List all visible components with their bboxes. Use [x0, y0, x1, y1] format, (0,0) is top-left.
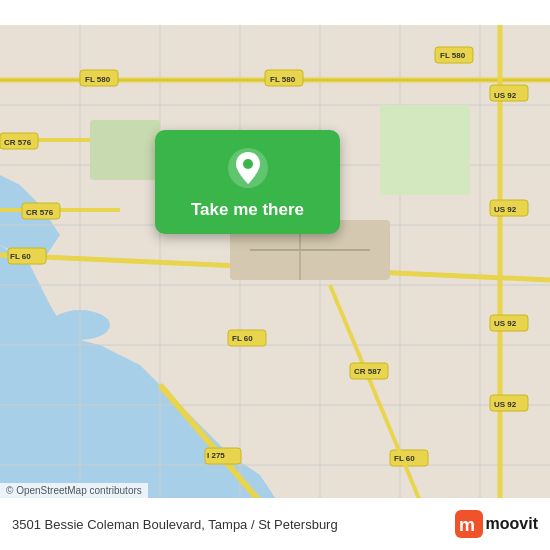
map-container: FL 580 FL 580 FL 580 US 92 US 92 US 92 U…: [0, 0, 550, 550]
address-text: 3501 Bessie Coleman Boulevard, Tampa / S…: [12, 517, 455, 532]
svg-text:FL 60: FL 60: [232, 334, 253, 343]
copyright-bar: © OpenStreetMap contributors: [0, 483, 148, 498]
svg-text:CR 576: CR 576: [4, 138, 32, 147]
moovit-text: moovit: [486, 515, 538, 533]
location-pin-icon: [226, 146, 270, 190]
svg-text:m: m: [459, 515, 475, 535]
svg-text:CR 576: CR 576: [26, 208, 54, 217]
svg-text:FL 580: FL 580: [270, 75, 296, 84]
svg-text:FL 60: FL 60: [394, 454, 415, 463]
svg-text:US 92: US 92: [494, 205, 517, 214]
svg-text:US 92: US 92: [494, 91, 517, 100]
svg-text:FL 60: FL 60: [10, 252, 31, 261]
svg-text:FL 580: FL 580: [85, 75, 111, 84]
svg-text:I 275: I 275: [207, 451, 225, 460]
moovit-icon: m: [455, 510, 483, 538]
svg-text:CR 587: CR 587: [354, 367, 382, 376]
svg-point-64: [243, 159, 253, 169]
svg-rect-46: [380, 105, 470, 195]
moovit-logo: m moovit: [455, 510, 538, 538]
svg-text:US 92: US 92: [494, 400, 517, 409]
map-background: FL 580 FL 580 FL 580 US 92 US 92 US 92 U…: [0, 0, 550, 550]
copyright-text: © OpenStreetMap contributors: [6, 485, 142, 496]
svg-text:FL 580: FL 580: [440, 51, 466, 60]
info-bar: 3501 Bessie Coleman Boulevard, Tampa / S…: [0, 498, 550, 550]
take-me-card[interactable]: Take me there: [155, 130, 340, 234]
svg-rect-45: [90, 120, 160, 180]
take-me-label: Take me there: [191, 200, 304, 220]
svg-text:US 92: US 92: [494, 319, 517, 328]
